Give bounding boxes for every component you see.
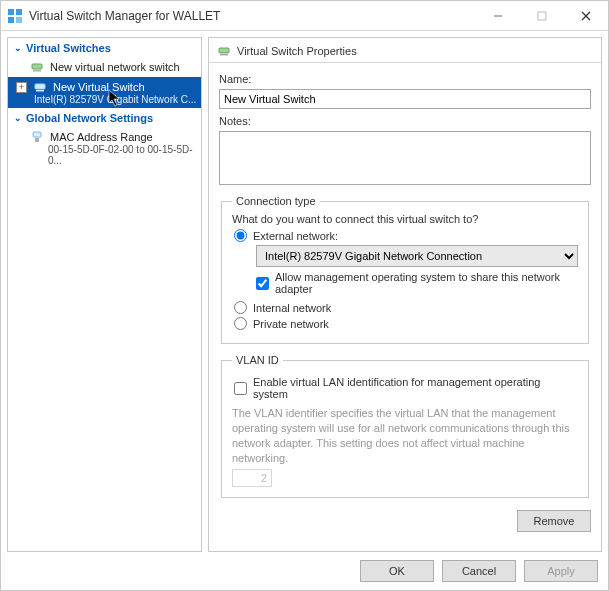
remove-row: Remove	[209, 504, 601, 532]
vlan-help-text: The VLAN identifier specifies the virtua…	[232, 406, 578, 465]
ok-button[interactable]: OK	[360, 560, 434, 582]
allow-mgmt-input[interactable]	[256, 277, 269, 290]
private-label: Private network	[253, 318, 329, 330]
tree-item-label: MAC Address Range	[50, 131, 153, 143]
external-label: External network:	[253, 230, 338, 242]
svg-rect-8	[32, 64, 42, 69]
tree-item-new-virtual-switch[interactable]: New virtual network switch	[8, 57, 201, 77]
internal-radio-input[interactable]	[234, 301, 247, 314]
svg-rect-14	[219, 48, 229, 53]
tree-item-mac-range[interactable]: MAC Address Range 00-15-5D-0F-02-00 to 0…	[8, 127, 201, 172]
svg-rect-2	[8, 17, 14, 23]
maximize-button[interactable]	[520, 1, 564, 30]
vlan-enable-label: Enable virtual LAN identification for ma…	[253, 376, 578, 400]
window: Virtual Switch Manager for WALLET ⌄ Virt…	[0, 0, 609, 591]
adapter-select[interactable]: Intel(R) 82579V Gigabit Network Connecti…	[256, 245, 578, 267]
properties-header: Virtual Switch Properties	[209, 38, 601, 63]
svg-rect-0	[8, 9, 14, 15]
properties-title: Virtual Switch Properties	[237, 45, 357, 57]
svg-rect-13	[35, 138, 39, 142]
svg-rect-12	[33, 132, 41, 137]
internal-label: Internal network	[253, 302, 331, 314]
tree-item-selected-switch[interactable]: + New Virtual Switch Intel(R) 82579V Gig…	[8, 77, 201, 108]
chevron-icon: ⌄	[14, 113, 22, 123]
remove-button[interactable]: Remove	[517, 510, 591, 532]
svg-rect-3	[16, 17, 22, 23]
close-button[interactable]	[564, 1, 608, 30]
section-label: Virtual Switches	[26, 42, 111, 54]
external-network-radio[interactable]: External network:	[234, 229, 578, 242]
switch-icon	[30, 60, 44, 74]
window-title: Virtual Switch Manager for WALLET	[29, 9, 476, 23]
svg-rect-11	[36, 90, 44, 92]
connection-type-group: Connection type What do you want to conn…	[221, 195, 589, 344]
notes-label: Notes:	[219, 115, 591, 127]
allow-mgmt-label: Allow management operating system to sha…	[275, 271, 578, 295]
tree-section-global-settings[interactable]: ⌄ Global Network Settings	[8, 108, 201, 127]
apply-button[interactable]: Apply	[524, 560, 598, 582]
tree-item-sub: 00-15-5D-0F-02-00 to 00-15-5D-0...	[30, 144, 197, 169]
connection-type-legend: Connection type	[232, 195, 320, 207]
cancel-button[interactable]: Cancel	[442, 560, 516, 582]
tree-pane: ⌄ Virtual Switches New virtual network s…	[7, 37, 202, 552]
allow-mgmt-checkbox[interactable]: Allow management operating system to sha…	[256, 271, 578, 295]
vlan-enable-checkbox[interactable]: Enable virtual LAN identification for ma…	[234, 376, 578, 400]
private-radio-input[interactable]	[234, 317, 247, 330]
private-network-radio[interactable]: Private network	[234, 317, 578, 330]
content-area: ⌄ Virtual Switches New virtual network s…	[1, 31, 608, 552]
mac-icon	[30, 130, 44, 144]
svg-rect-5	[538, 12, 546, 20]
svg-rect-10	[35, 84, 45, 89]
properties-body: Name: Notes: Connection type What do you…	[209, 63, 601, 504]
titlebar: Virtual Switch Manager for WALLET	[1, 1, 608, 31]
minimize-button[interactable]	[476, 1, 520, 30]
section-label: Global Network Settings	[26, 112, 153, 124]
svg-rect-15	[220, 54, 228, 56]
vlan-enable-input[interactable]	[234, 382, 247, 395]
external-radio-input[interactable]	[234, 229, 247, 242]
svg-rect-1	[16, 9, 22, 15]
expand-icon[interactable]: +	[16, 82, 27, 93]
tree-item-sub: Intel(R) 82579V Gigabit Network C...	[16, 94, 197, 108]
app-icon	[7, 8, 23, 24]
tree-item-label: New Virtual Switch	[53, 81, 145, 93]
vlan-group: VLAN ID Enable virtual LAN identificatio…	[221, 354, 589, 498]
name-input[interactable]	[219, 89, 591, 109]
connection-hint: What do you want to connect this virtual…	[232, 213, 578, 225]
internal-network-radio[interactable]: Internal network	[234, 301, 578, 314]
switch-icon	[33, 80, 47, 94]
tree-section-virtual-switches[interactable]: ⌄ Virtual Switches	[8, 38, 201, 57]
cursor-icon	[108, 89, 122, 107]
window-buttons	[476, 1, 608, 30]
name-label: Name:	[219, 73, 591, 85]
chevron-icon: ⌄	[14, 43, 22, 53]
svg-rect-9	[33, 70, 41, 72]
tree-item-label: New virtual network switch	[50, 61, 180, 73]
properties-pane: Virtual Switch Properties Name: Notes: C…	[208, 37, 602, 552]
vlan-id-input	[232, 469, 272, 487]
dialog-footer: OK Cancel Apply	[1, 552, 608, 590]
vlan-legend: VLAN ID	[232, 354, 283, 366]
switch-icon	[217, 44, 231, 58]
notes-input[interactable]	[219, 131, 591, 185]
